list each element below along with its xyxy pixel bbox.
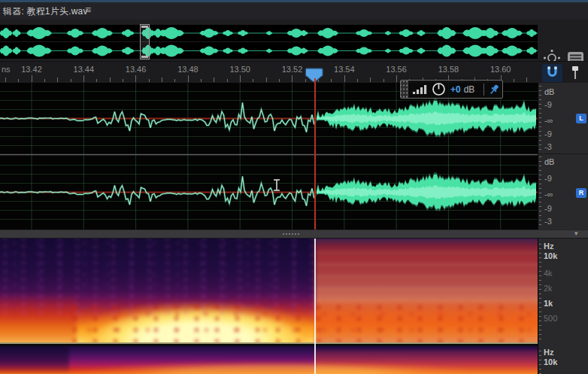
ruler-tick-label: 13.46 <box>126 65 147 74</box>
ruler-tick <box>253 79 253 82</box>
db-scale-label: -9 <box>544 204 552 213</box>
panel-splitter[interactable]: ▾ <box>0 230 588 239</box>
ruler-tick <box>96 79 97 82</box>
overview-waveform[interactable] <box>0 25 538 60</box>
clock-knob-icon[interactable] <box>432 82 446 96</box>
db-scale-label: -∞ <box>544 190 553 199</box>
ruler-tick <box>110 78 111 82</box>
ruler-tick-label: 13.56 <box>386 65 407 74</box>
channel-badge-l[interactable]: L <box>576 114 586 123</box>
ruler-tick <box>149 79 150 82</box>
ruler-tick <box>188 75 189 82</box>
ruler-tick <box>357 79 358 82</box>
playhead-line-spectrogram[interactable] <box>314 239 316 374</box>
db-scale-label: -∞ <box>544 116 553 125</box>
hz-unit-label: Hz <box>544 348 553 357</box>
ruler-tick <box>344 75 345 82</box>
ruler-tick-label: 13.60 <box>490 65 511 74</box>
ruler-tick <box>57 78 58 82</box>
hud-separator <box>483 84 484 96</box>
ruler-unit-label: ns <box>2 65 11 74</box>
editor-panel-titlebar: 辑器: 教程1片头.wav ≡ <box>0 2 588 20</box>
hz-tick-column-second <box>539 351 541 374</box>
ruler-tick <box>5 78 6 82</box>
ruler-tick <box>266 78 267 82</box>
db-scale-label: dB <box>544 157 554 166</box>
spectrogram-left-channel[interactable] <box>0 239 538 342</box>
ruler-tick <box>526 78 527 82</box>
ruler-tick <box>201 79 202 82</box>
panel-menu-icon[interactable]: ≡ <box>85 4 91 16</box>
hz-tick-label: 10k <box>544 357 557 366</box>
ruler-tick <box>383 79 384 82</box>
ruler-tick-label: 13.42 <box>21 65 42 74</box>
waveform-display[interactable] <box>0 83 538 230</box>
marker-tool-icon[interactable] <box>569 65 581 81</box>
ruler-tick <box>240 75 241 82</box>
snap-magnet-button[interactable] <box>542 64 562 82</box>
hz-unit-label: Hz <box>544 242 553 251</box>
file-overview-strip <box>0 20 588 61</box>
ruler-tick <box>71 79 71 82</box>
db-scale-label: -9 <box>544 129 552 138</box>
scale-divider <box>538 154 588 154</box>
ruler-tick-label: 13.44 <box>74 65 95 74</box>
view-range-indicator[interactable] <box>140 24 150 59</box>
db-scale-label: -9 <box>544 100 552 109</box>
hud-grip-handle[interactable] <box>401 81 408 98</box>
hud-gain-unit: dB <box>464 84 475 95</box>
ruler-tick <box>331 79 332 82</box>
ruler-tick-label: 13.58 <box>438 65 459 74</box>
ruler-tick <box>83 75 84 82</box>
playhead-line-waveform[interactable] <box>314 78 316 230</box>
hud-gain-value[interactable]: +0 <box>450 84 461 95</box>
db-scale-label: -3 <box>544 142 552 151</box>
ruler-tick <box>396 75 397 82</box>
db-tick-column-right <box>539 157 541 227</box>
ruler-tick <box>227 79 228 82</box>
hud-gain-panel[interactable]: +0 dB <box>400 80 503 99</box>
volume-ramp-icon <box>412 84 429 95</box>
ruler-tick <box>162 78 162 82</box>
ruler-tick <box>44 79 45 82</box>
hz-tick-label: 4k <box>544 269 553 278</box>
ruler-tick-label: 13.54 <box>334 65 355 74</box>
spectrogram-right-channel[interactable] <box>0 346 538 374</box>
ruler-tick <box>370 78 371 82</box>
ruler-tick <box>32 75 32 82</box>
scale-sidebar: dB-9-∞-9-3dB-9-∞-9-3 L R Hz10k4k2k1k500 … <box>538 83 588 374</box>
hz-tick-label: 500 <box>544 314 557 323</box>
hz-tick-label: 10k <box>544 251 557 260</box>
hz-tick-label: 2k <box>544 284 553 293</box>
ruler-tick <box>214 78 214 82</box>
audition-editor-window: 辑器: 教程1片头.wav ≡ ns 13.4213.4413.4613.481… <box>0 0 588 374</box>
hz-tick-label: 1k <box>544 299 553 308</box>
splitter-grip-dots[interactable] <box>283 233 299 235</box>
ruler-tick <box>135 75 136 82</box>
channel-badge-r[interactable]: R <box>576 188 586 198</box>
i-beam-cursor <box>272 178 281 192</box>
ruler-tick <box>279 79 280 82</box>
ruler-tick-label: 13.52 <box>282 65 303 74</box>
splitter-collapse-arrow[interactable]: ▾ <box>574 230 578 237</box>
ruler-tick <box>514 79 514 82</box>
db-tick-column-left <box>539 86 541 155</box>
panel-title: 辑器: 教程1片头.wav <box>3 5 88 18</box>
ruler-tick <box>174 79 175 82</box>
db-scale-label: -9 <box>544 174 552 183</box>
ruler-tick <box>18 79 19 82</box>
ruler-tick-label: 13.50 <box>229 65 250 74</box>
ruler-tick <box>123 79 123 82</box>
spectrogram-gap <box>0 344 538 346</box>
db-scale-label: dB <box>544 87 554 96</box>
db-scale-label: -3 <box>544 217 552 226</box>
ruler-tick <box>292 75 292 82</box>
hud-pin-icon[interactable] <box>487 83 501 96</box>
hz-tick-column <box>539 244 541 340</box>
ruler-tick-label: 13.48 <box>177 65 199 74</box>
snap-magnet-icon <box>542 64 562 82</box>
